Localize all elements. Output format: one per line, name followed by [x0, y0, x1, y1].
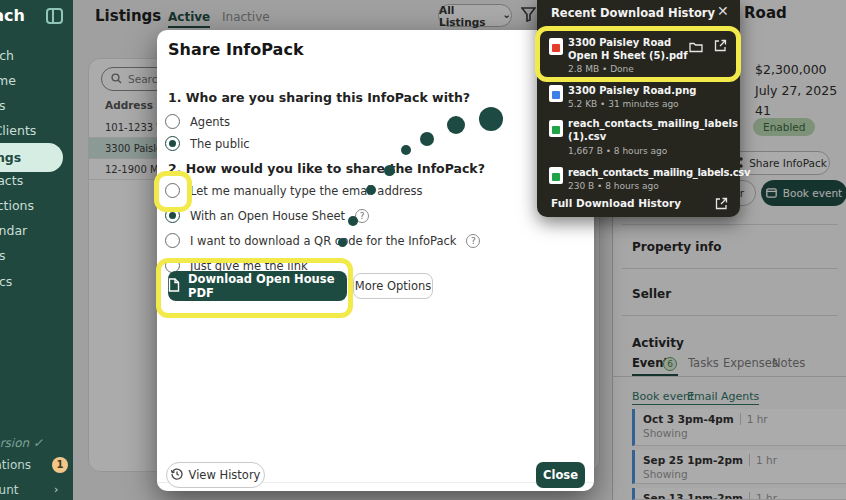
- highlight-box-radio: [154, 171, 192, 212]
- sidebar-toggle-icon[interactable]: [46, 8, 63, 24]
- question-1: 1. Who are you sharing this InfoPack wit…: [168, 90, 470, 105]
- radio-option-agents[interactable]: Agents: [165, 114, 230, 129]
- sidebar-item-search[interactable]: Search: [0, 48, 14, 66]
- sidebar-item-home[interactable]: Home: [0, 73, 16, 91]
- close-button[interactable]: Close: [536, 462, 585, 488]
- dot-trail: [348, 216, 358, 226]
- sidebar-item-notifications[interactable]: Notifications: [0, 458, 31, 472]
- sidebar-item-account[interactable]: Account: [0, 483, 18, 497]
- check-icon: ✓: [33, 436, 43, 450]
- radio-option-public[interactable]: The public: [165, 136, 250, 151]
- sidebar-item-tasks[interactable]: Tasks: [0, 98, 6, 116]
- dot-trail: [447, 116, 465, 134]
- image-file-icon: [549, 85, 563, 102]
- open-external-icon[interactable]: [715, 195, 728, 214]
- sidebar-item-active-clients[interactable]: Active Clients: [0, 123, 36, 141]
- highlight-box-download-item: [535, 26, 741, 82]
- chevron-right-icon: ›: [54, 483, 58, 496]
- dot-trail: [338, 238, 347, 247]
- radio-icon-selected[interactable]: [165, 136, 180, 151]
- radio-option-qr-code[interactable]: I want to download a QR code for the Inf…: [165, 233, 480, 248]
- app-frame: Reach Search Home Tasks Active Clients L…: [0, 0, 846, 500]
- version-status: Version ✓: [0, 436, 43, 450]
- modal-title: Share InfoPack: [168, 40, 304, 59]
- radio-icon[interactable]: [165, 233, 180, 248]
- sidebar: Reach Search Home Tasks Active Clients L…: [0, 0, 73, 500]
- spreadsheet-file-icon: [549, 120, 563, 137]
- dot-trail: [479, 107, 503, 131]
- help-icon[interactable]: ?: [466, 234, 480, 248]
- sidebar-item-transactions[interactable]: Transactions: [0, 198, 34, 216]
- sidebar-item-listings[interactable]: Listings: [0, 150, 21, 168]
- app-logo: Reach: [0, 6, 25, 25]
- close-icon[interactable]: ✕: [717, 3, 729, 19]
- history-icon: [171, 468, 183, 483]
- sidebar-item-calendar[interactable]: Calendar: [0, 223, 27, 241]
- radio-option-manual-email[interactable]: Let me manually type the email address: [165, 183, 423, 198]
- download-panel-title: Recent Download History: [551, 6, 715, 20]
- sidebar-item-files[interactable]: Files: [0, 248, 5, 266]
- sidebar-item-contacts[interactable]: Contacts: [0, 173, 23, 191]
- more-options-button[interactable]: More Options: [353, 273, 433, 299]
- radio-option-open-house-sheet[interactable]: With an Open House Sheet ?: [165, 208, 369, 223]
- view-history-button[interactable]: View History: [166, 462, 265, 488]
- full-download-history-link[interactable]: Full Download History: [551, 197, 681, 209]
- dot-trail: [420, 132, 434, 146]
- sidebar-item-metrics[interactable]: Metrics: [0, 274, 12, 292]
- spreadsheet-file-icon: [549, 167, 563, 184]
- radio-icon[interactable]: [165, 114, 180, 129]
- notifications-badge: 1: [52, 457, 68, 473]
- question-2: 2. How would you like to share the InfoP…: [168, 161, 485, 176]
- dot-trail: [401, 145, 411, 155]
- highlight-box-download-button: [156, 258, 353, 318]
- dot-trail: [384, 165, 395, 176]
- dot-trail: [366, 185, 376, 195]
